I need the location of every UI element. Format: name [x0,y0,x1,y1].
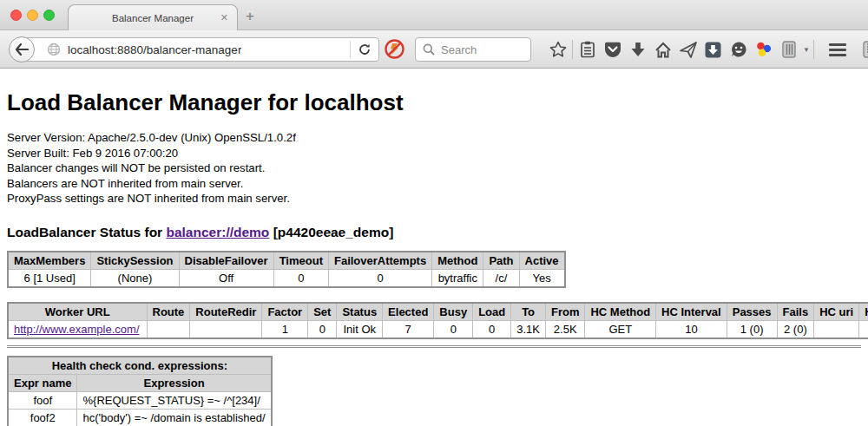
expr-name-cell: foof2 [8,409,77,426]
column-header: Timeout [273,252,328,270]
set-cell: 0 [308,320,337,338]
failover-attempts-cell: 0 [328,269,431,287]
expr-name-cell: foof [8,391,77,409]
feedback-smiley-button[interactable] [726,38,751,61]
page-title: Load Balancer Manager for localhost [7,89,861,116]
hc-uri-cell [814,320,859,338]
column-header: Status [337,303,383,321]
search-icon [423,43,435,56]
bookmarks-clipboard-icon [580,41,595,58]
disable-failover-cell: Off [179,269,273,287]
column-header: HC uri [814,303,859,321]
expression-cell: hc('body') =~ /domain is established/ [77,409,272,426]
factor-cell: 1 [262,320,308,338]
back-button[interactable] [9,36,35,62]
bookmarks-menu-button[interactable] [575,38,600,61]
send-tab-button[interactable] [675,38,700,61]
column-header: Path [483,252,519,270]
passes-cell: 1 (0) [727,320,777,338]
inherit-notice-line: Balancers are NOT inherited from main se… [7,176,861,192]
table-row: foof %{REQUEST_STATUS} =~ /^[234]/ [8,391,272,409]
status-heading-suffix: [p4420eeae_demo] [269,225,393,239]
column-header: FailoverAttempts [328,252,431,270]
close-window-button[interactable] [10,10,22,21]
column-header: To [511,303,546,321]
column-header: Elected [383,303,434,321]
downloads-icon [630,42,646,58]
download-helper-button[interactable] [700,38,726,61]
hc-expr-cell: foof2 [859,320,868,338]
flash-blocked-icon[interactable] [385,39,404,59]
colored-dots-icon [755,41,773,58]
table-row: http://www.example.com/ 1 0 Init Ok 7 0 … [8,320,868,338]
container-extension-button[interactable] [776,38,801,61]
server-version-line: Server Version: Apache/2.5.0-dev (Unix) … [7,130,861,146]
column-header: MaxMembers [8,252,91,270]
reload-button[interactable] [351,43,378,56]
column-header: HC Interval [656,303,727,321]
column-header: Set [308,303,337,321]
bookmark-star-icon [549,41,567,58]
tab-close-icon[interactable]: ✕ [220,12,228,23]
url-bar[interactable]: localhost:8880/balancer-manager [22,37,379,62]
column-header: Factor [262,303,308,321]
proxypass-notice-line: ProxyPass settings are NOT inherited fro… [7,191,861,206]
column-header: Load [473,303,511,321]
column-header: RouteRedir [190,303,262,321]
pocket-button[interactable] [600,38,625,61]
divider [7,345,861,348]
column-header: Active [519,252,565,270]
extension-button[interactable] [858,38,868,61]
tab-balancer-manager[interactable]: Balancer Manager ✕ [68,4,238,30]
server-built-line: Server Built: Feb 9 2016 07:00:20 [7,146,861,161]
menu-icon [829,43,846,56]
column-header: DisableFailover [179,252,273,270]
route-cell [147,320,190,338]
column-header: Expression [77,374,272,391]
column-header: Method [432,252,483,270]
hc-method-cell: GET [585,320,656,338]
downloads-button[interactable] [625,38,650,61]
column-header: Route [147,303,190,321]
from-cell: 2.5K [545,320,585,338]
url-text[interactable]: localhost:8880/balancer-manager [68,43,241,56]
table-row: 6 [1 Used] (None) Off 0 0 bytraffic /c/ … [8,269,565,287]
minimize-window-button[interactable] [27,10,38,21]
video-downloadhelper-button[interactable] [751,38,776,61]
navigation-toolbar: localhost:8880/balancer-manager Search [0,30,868,69]
bookmark-star-button[interactable] [545,38,570,61]
home-icon [654,42,672,58]
table-header-row: Expr name Expression [8,374,272,391]
balancer-settings-table: MaxMembers StickySession DisableFailover… [7,251,566,288]
menu-button[interactable] [825,38,850,61]
search-placeholder: Search [441,43,477,56]
zoom-window-button[interactable] [43,10,55,21]
new-tab-button[interactable]: + [246,8,254,25]
worker-url-link[interactable]: http://www.example.com/ [14,323,140,336]
search-bar[interactable]: Search [415,37,531,62]
balancer-demo-link[interactable]: balancer://demo [166,225,269,239]
timeout-cell: 0 [273,269,328,287]
column-header: Busy [434,303,473,321]
column-header: StickySession [91,252,179,270]
table-row: foof2 hc('body') =~ /domain is establish… [8,409,272,426]
toolbar-divider [813,40,814,59]
send-icon [680,42,697,58]
column-header: Worker URL [8,303,147,321]
fails-cell: 2 (0) [777,320,814,338]
download-box-icon [705,42,721,58]
worker-status-table: Worker URL Route RouteRedir Factor Set S… [7,302,868,339]
table-title-row: Health check cond. expressions: [8,357,272,375]
toolbar-divider [572,40,573,59]
status-heading-prefix: LoadBalancer Status for [7,225,166,239]
titlebar: Balancer Manager ✕ + [0,0,868,30]
column-header: HC Method [585,303,656,321]
table-header-row: MaxMembers StickySession DisableFailover… [8,252,565,270]
smiley-icon [730,41,747,58]
chevron-down-icon[interactable]: ▾ [801,45,812,54]
toolbar-icons: ▾ [545,30,868,69]
home-button[interactable] [650,38,675,61]
busy-cell: 0 [434,320,473,338]
hc-interval-cell: 10 [656,320,727,338]
elected-cell: 7 [383,320,434,338]
